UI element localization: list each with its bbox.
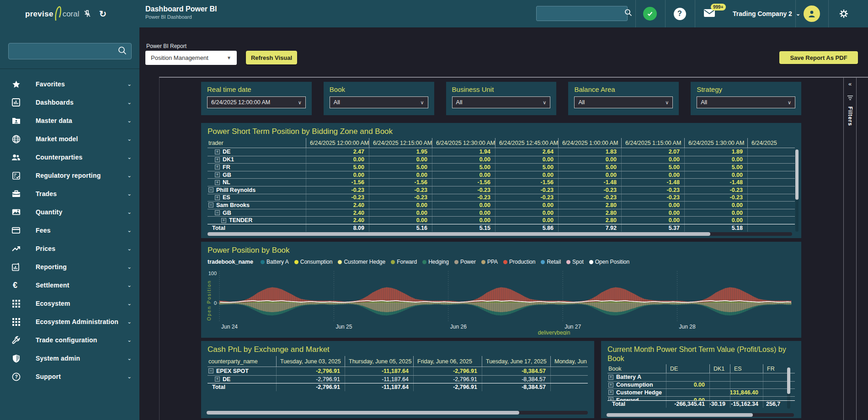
sidebar-item-ecosystem-administration[interactable]: Ecosystem Administration⌄ (0, 313, 139, 331)
company-selector[interactable]: Trading Company 2 ⌄ (733, 0, 800, 27)
sidebar-item-support[interactable]: ?Support⌄ (0, 367, 139, 386)
sidebar-item-counterparties[interactable]: Counterparties⌄ (0, 148, 139, 166)
table-row[interactable]: +DE-2,796.91-11,187.64-2,796.91-8,384.57 (208, 375, 588, 383)
sidebar-item-ecosystem[interactable]: Ecosystem⌄ (0, 294, 139, 313)
table-row[interactable]: +Customer Hedge131,846.40 (607, 388, 795, 396)
column-header[interactable]: FR (763, 364, 799, 373)
column-header[interactable]: 6/24/2025 1:30:00 AM (684, 138, 747, 148)
column-header[interactable]: ES (730, 364, 763, 373)
expand-filters-icon[interactable]: « (848, 80, 852, 87)
table-row[interactable]: −Phill Reynolds-0.23-0.23-0.23-0.23-0.23… (208, 186, 795, 194)
legend-item-forward[interactable]: Forward (391, 259, 417, 265)
sidebar-item-favorites[interactable]: Favorites⌄ (0, 75, 139, 93)
column-header[interactable]: Book (607, 364, 666, 373)
report-select[interactable]: Position Management ▼ (145, 51, 237, 65)
table-row[interactable]: +GB0.000.000.000.000.000.000.00 (208, 171, 795, 179)
column-header[interactable]: Monday, Jun (550, 356, 588, 367)
column-header[interactable]: Tuesday, June 03, 2025 (276, 356, 345, 367)
slicer-dropdown[interactable]: 6/24/2025 12:00:00 AM∨ (207, 96, 306, 108)
unpin-sidebar-icon[interactable] (81, 0, 93, 27)
expand-row-icon[interactable]: + (215, 172, 220, 177)
sidebar-item-reporting[interactable]: Reporting⌄ (0, 258, 139, 276)
vertical-scrollbar[interactable] (787, 367, 790, 409)
expand-row-icon[interactable]: + (215, 149, 220, 154)
column-header[interactable]: Friday, June 06, 2025 (413, 356, 482, 367)
column-header[interactable]: trader (208, 138, 306, 148)
table-total-row[interactable]: Total-2,796.91-11,187.64-2,796.91-8,384.… (208, 383, 588, 391)
sidebar-item-regulatory-reporting[interactable]: Regulatory reporting⌄ (0, 166, 139, 185)
expand-row-icon[interactable]: + (608, 397, 613, 400)
legend-item-production[interactable]: Production (503, 259, 535, 265)
legend-item-ppa[interactable]: PPA (481, 259, 498, 265)
table-row[interactable]: +Forward0.00 (607, 396, 795, 400)
user-avatar[interactable] (803, 0, 821, 27)
sidebar-item-trades[interactable]: Trades⌄ (0, 185, 139, 203)
table-row[interactable]: +NL-1.56-1.56-1.56-1.56-1.48-1.48-1.48 (208, 178, 795, 186)
column-header[interactable]: Thursday, June 05, 2025 (345, 356, 413, 367)
collapse-row-icon[interactable]: − (215, 210, 220, 215)
column-header[interactable]: 6/24/2025 1:00:00 AM (558, 138, 621, 148)
sidebar-item-master-data[interactable]: Master data⌄ (0, 112, 139, 130)
sidebar-item-quantity[interactable]: Quantity⌄ (0, 203, 139, 221)
filters-pane-collapsed[interactable]: « Filters (843, 78, 857, 420)
chart-plot-area[interactable]: 1000Jun 24Jun 25Jun 26Jun 27Jun 28delive… (207, 267, 796, 335)
column-header[interactable]: 6/24/2025 12:15:00 AM (369, 138, 432, 148)
expand-row-icon[interactable]: + (215, 165, 220, 170)
settings-gear-icon[interactable] (834, 0, 854, 27)
column-header[interactable]: DK1 (709, 364, 730, 373)
legend-item-customer-hedge[interactable]: Customer Hedge (338, 259, 385, 265)
table-row[interactable]: +DE2.471.951.942.641.832.071.89 (208, 148, 795, 156)
legend-item-spot[interactable]: Spot (566, 259, 584, 265)
search-icon[interactable] (118, 46, 131, 57)
slicer-dropdown[interactable]: All∨ (697, 96, 795, 108)
column-header[interactable]: counterparty_name (208, 356, 276, 367)
table-row[interactable]: +TENDER2.400.000.000.002.800.000.00 (208, 216, 795, 224)
legend-item-open-position[interactable]: Open Position (589, 259, 629, 265)
vertical-scrollbar[interactable] (795, 149, 799, 232)
expand-row-icon[interactable]: + (215, 180, 220, 185)
legend-item-battery-a[interactable]: Battery A (261, 259, 289, 265)
mail-icon[interactable]: 999+ (699, 0, 719, 27)
sidebar-search-input[interactable] (9, 48, 118, 55)
table-row[interactable]: −GB2.400.000.000.002.800.000.00 (208, 209, 795, 217)
sidebar-item-dashboards[interactable]: Dashboards⌄ (0, 93, 139, 112)
refresh-icon[interactable]: ↻ (97, 0, 109, 27)
column-header[interactable]: 6/24/2025 1:15:00 AM (621, 138, 684, 148)
table-row[interactable]: +Consumption0.00 (607, 381, 795, 389)
legend-item-hedging[interactable]: Hedging (422, 259, 449, 265)
refresh-visual-button[interactable]: Refresh Visual (246, 51, 297, 64)
sidebar-item-system-admin[interactable]: System admin⌄ (0, 349, 139, 367)
expand-row-icon[interactable]: + (608, 383, 613, 388)
table-row[interactable]: +FR5.005.005.005.005.005.005.00 (208, 163, 795, 171)
column-header[interactable]: 6/24/2025 12:30:00 AM (432, 138, 495, 148)
expand-row-icon[interactable]: + (215, 157, 220, 162)
sidebar-item-settlement[interactable]: €Settlement⌄ (0, 276, 139, 294)
expand-row-icon[interactable]: + (215, 377, 220, 382)
expand-row-icon[interactable]: + (608, 390, 613, 395)
sidebar-item-trade-configuration[interactable]: Trade configuration⌄ (0, 331, 139, 349)
legend-item-power[interactable]: Power (454, 259, 476, 265)
table-row[interactable]: +ES-0.23-0.23-0.23-0.23-0.23-0.23-0.23 (208, 194, 795, 202)
column-header[interactable]: 6/24/2025 12:00:00 AM (306, 138, 369, 148)
expand-row-icon[interactable]: + (608, 375, 613, 380)
slicer-dropdown[interactable]: All∨ (452, 96, 551, 108)
expand-row-icon[interactable]: + (215, 195, 220, 200)
table-row[interactable]: +Battery A (607, 373, 795, 381)
sidebar-item-market-model[interactable]: Market model⌄ (0, 130, 139, 148)
global-search-input[interactable] (537, 10, 624, 17)
sidebar-item-prices[interactable]: Prices⌄ (0, 239, 139, 258)
search-icon[interactable] (624, 9, 636, 18)
collapse-row-icon[interactable]: − (208, 368, 213, 373)
legend-item-retail[interactable]: Retail (541, 259, 561, 265)
legend-item-consumption[interactable]: Consumption (294, 259, 333, 265)
expand-row-icon[interactable]: + (221, 218, 226, 223)
slicer-dropdown[interactable]: All∨ (574, 96, 673, 108)
slicer-dropdown[interactable]: All∨ (330, 96, 428, 108)
table-row[interactable]: −Sam Brooks2.400.000.000.002.800.000.00 (208, 201, 795, 209)
table-total-row[interactable]: Total8.095.165.155.867.925.375.18 (208, 224, 795, 232)
sidebar-item-fees[interactable]: Fees⌄ (0, 221, 139, 239)
column-header[interactable]: Tuesday, June 17, 2025 (482, 356, 550, 367)
collapse-row-icon[interactable]: − (208, 187, 213, 192)
status-check-icon[interactable] (640, 0, 660, 27)
table-row[interactable]: +DK10.000.000.000.000.000.000.00 (208, 156, 795, 164)
